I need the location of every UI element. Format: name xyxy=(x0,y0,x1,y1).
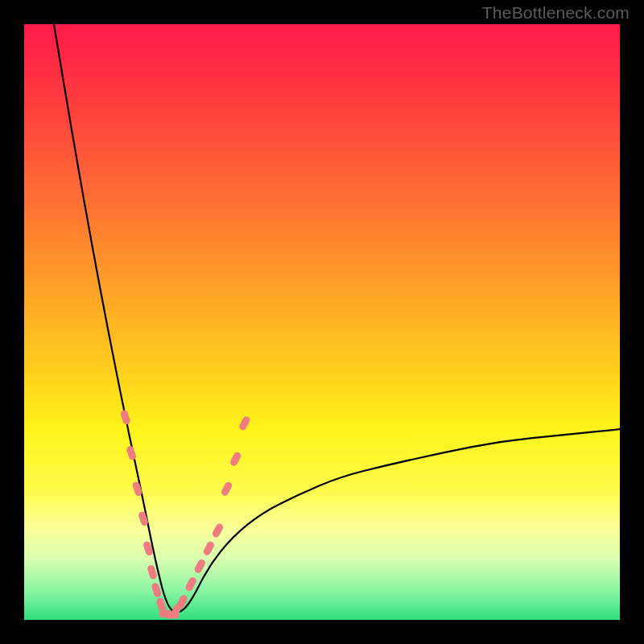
marker-dot xyxy=(238,415,251,431)
watermark-text: TheBottleneck.com xyxy=(482,3,630,23)
curve-svg xyxy=(24,24,620,620)
marker-dot xyxy=(193,558,206,574)
marker-dot xyxy=(120,409,131,425)
marker-dots xyxy=(120,409,251,619)
marker-dot xyxy=(229,451,242,467)
chart-frame: TheBottleneck.com xyxy=(0,0,644,644)
marker-dot xyxy=(165,612,180,619)
bottleneck-curve xyxy=(54,24,620,612)
marker-dot xyxy=(211,522,224,539)
plot-area xyxy=(24,24,620,620)
marker-dot xyxy=(126,445,137,461)
marker-dot xyxy=(184,576,197,592)
marker-dot xyxy=(220,481,233,497)
marker-dot xyxy=(202,540,215,556)
